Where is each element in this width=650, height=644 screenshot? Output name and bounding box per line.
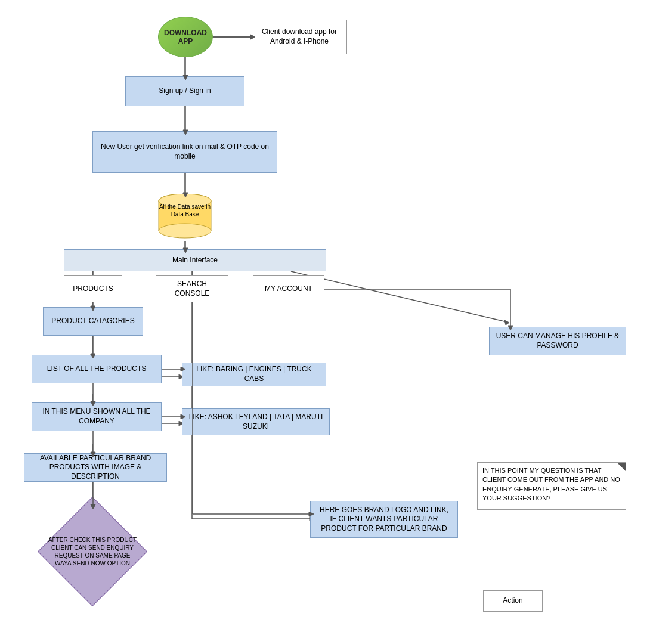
in-this-menu-label: IN THIS MENU SHOWN ALL THE COMPANY (37, 407, 156, 426)
like-products-label: LIKE: BARING | ENGINES | TRUCK CABS (187, 365, 321, 383)
search-console-label: SEARCH CONSOLE (161, 280, 223, 298)
database-label: All the Data save in Data Base (156, 203, 213, 218)
database-node: All the Data save in Data Base (156, 194, 213, 242)
action-label: Action (503, 596, 522, 606)
available-brand-node: AVAILABLE PARTICULAR BRAND PRODUCTS WITH… (24, 453, 167, 482)
in-this-menu-node: IN THIS MENU SHOWN ALL THE COMPANY (32, 402, 162, 431)
note-node: IN THIS POINT MY QUESTION IS THAT CLIENT… (477, 462, 626, 510)
verification-node: New User get verification link on mail &… (92, 131, 277, 173)
svg-marker-15 (504, 320, 509, 325)
download-app-label: DOWNLOAD APP (162, 29, 209, 45)
available-brand-label: AVAILABLE PARTICULAR BRAND PRODUCTS WITH… (29, 454, 162, 482)
search-console-node: SEARCH CONSOLE (156, 275, 228, 302)
here-goes-label: HERE GOES BRAND LOGO AND LINK, IF CLIENT… (315, 506, 453, 534)
products-node: PRODUCTS (64, 275, 122, 302)
client-download-node: Client download app for Android & I-Phon… (252, 20, 347, 54)
like-products-node: LIKE: BARING | ENGINES | TRUCK CABS (182, 363, 326, 386)
main-interface-node: Main Interface (64, 249, 326, 271)
verification-label: New User get verification link on mail &… (98, 143, 272, 161)
flowchart: DOWNLOAD APP Client download app for And… (0, 0, 650, 644)
user-manage-node: USER CAN MANAGE HIS PROFILE & PASSWORD (489, 327, 626, 355)
product-categories-label: PRODUCT CATAGORIES (51, 317, 134, 326)
list-products-node: LIST OF ALL THE PRODUCTS (32, 355, 162, 383)
my-account-label: MY ACCOUNT (265, 284, 312, 294)
like-companies-label: LIKE: ASHOK LEYLAND | TATA | MARUTI SUZU… (187, 413, 324, 431)
main-interface-label: Main Interface (172, 256, 218, 265)
note-label: IN THIS POINT MY QUESTION IS THAT CLIENT… (482, 467, 620, 501)
svg-point-37 (159, 224, 211, 238)
here-goes-node: HERE GOES BRAND LOGO AND LINK, IF CLIENT… (310, 501, 458, 538)
like-companies-node: LIKE: ASHOK LEYLAND | TATA | MARUTI SUZU… (182, 408, 330, 435)
download-app-node: DOWNLOAD APP (158, 17, 213, 57)
list-products-label: LIST OF ALL THE PRODUCTS (47, 364, 147, 374)
action-node[interactable]: Action (483, 590, 543, 612)
diamond-node: AFTER CHECK THIS PRODUCT CLIENT CAN SEND… (45, 504, 140, 599)
product-categories-node: PRODUCT CATAGORIES (43, 307, 143, 336)
client-download-label: Client download app for Android & I-Phon… (257, 27, 342, 46)
user-manage-label: USER CAN MANAGE HIS PROFILE & PASSWORD (494, 332, 621, 350)
signup-node: Sign up / Sign in (125, 76, 244, 106)
signup-label: Sign up / Sign in (159, 86, 211, 96)
diamond-label: AFTER CHECK THIS PRODUCT CLIENT CAN SEND… (45, 534, 140, 569)
my-account-node: MY ACCOUNT (253, 275, 324, 302)
products-label: PRODUCTS (73, 284, 113, 294)
